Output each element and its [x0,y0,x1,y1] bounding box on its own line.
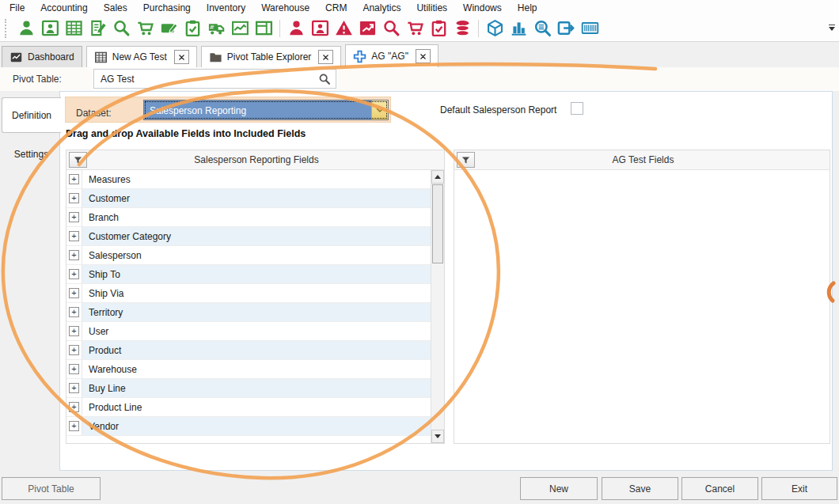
expand-plus-button[interactable]: + [69,307,79,317]
search-icon[interactable] [318,73,331,85]
toolbar-button-truck[interactable] [204,17,228,40]
menu-item-crm[interactable]: CRM [317,1,355,15]
pivot-table-button[interactable]: Pivot Table [2,477,101,500]
expand-plus-button[interactable]: + [69,364,79,374]
expand-plus-button[interactable]: + [69,231,79,241]
menu-item-accounting[interactable]: Accounting [32,1,95,15]
field-row-territory[interactable]: +Territory [66,303,431,322]
toolbar-grip-handle[interactable] [5,19,9,38]
toolbar-button-warning[interactable] [332,17,355,40]
toolbar-button-clipboard-check[interactable] [180,17,204,40]
menu-item-windows[interactable]: Windows [455,1,510,15]
toolbar-overflow-button[interactable] [827,25,837,31]
field-row-branch[interactable]: +Branch [66,208,431,227]
menu-item-file[interactable]: File [2,1,32,15]
expand-plus-button[interactable]: + [69,288,79,298]
expand-plus-button[interactable]: + [69,212,79,222]
toolbar-button-table-grid[interactable] [62,17,85,40]
field-row-product[interactable]: +Product [66,341,431,360]
dataset-dropdown[interactable]: Salesperson Reporting [143,100,389,120]
toolbar-button-window-layout[interactable] [252,17,275,40]
menu-item-analytics[interactable]: Analytics [355,1,408,15]
toolbar-button-chart-up[interactable] [355,17,379,40]
row-gutter: + [66,227,82,245]
tab-label: Pivot Table Explorer [227,51,312,63]
default-report-checkbox[interactable] [571,102,583,115]
tab-dashboard[interactable]: Dashboard [2,46,82,67]
new-button[interactable]: New [520,477,598,500]
field-row-customer[interactable]: +Customer [66,189,431,208]
toolbar-button-line-chart[interactable] [228,17,252,40]
field-row-salesperson[interactable]: +Salesperson [66,246,431,265]
menu-item-sales[interactable]: Sales [96,1,135,15]
menu-item-purchasing[interactable]: Purchasing [135,1,199,15]
side-tab-settings[interactable]: Settings [2,142,61,166]
pivot-search-input[interactable] [94,70,336,88]
field-row-vendor[interactable]: +Vendor [66,417,431,436]
expand-plus-button[interactable]: + [69,383,79,393]
expand-plus-button[interactable]: + [69,250,79,260]
field-row-ship-via[interactable]: +Ship Via [66,284,431,303]
filter-button[interactable] [69,152,87,168]
toolbar-button-user-card[interactable] [38,17,62,40]
expand-plus-button[interactable]: + [69,269,79,279]
expand-plus-button[interactable]: + [69,345,79,355]
vertical-scrollbar[interactable] [431,170,444,443]
scrollbar-thumb[interactable] [432,184,443,263]
scroll-up-button[interactable] [431,170,444,184]
row-gutter: + [66,170,82,188]
menu-item-warehouse[interactable]: Warehouse [253,1,317,15]
expand-plus-button[interactable]: + [69,193,79,203]
tab-ag-ag[interactable]: AG "AG" [345,44,438,67]
toolbar-button-card-edit[interactable] [157,17,180,40]
field-row-warehouse[interactable]: +Warehouse [66,360,431,379]
tab-pivot-table-explorer[interactable]: Pivot Table Explorer [201,46,342,67]
field-label: Customer Category [82,231,171,242]
tab-close-button[interactable] [318,50,333,64]
toolbar-button-search[interactable] [379,17,403,40]
user-icon [287,19,306,37]
toolbar-button-user[interactable] [284,17,308,40]
toolbar-button-cart[interactable] [133,17,157,40]
field-row-product-line[interactable]: +Product Line [66,398,431,417]
cancel-button[interactable]: Cancel [681,477,758,500]
toolbar-button-search[interactable] [109,17,133,40]
field-row-ship-to[interactable]: +Ship To [66,265,431,284]
tab-close-button[interactable] [174,50,189,64]
menu-item-utilities[interactable]: Utilities [408,1,455,15]
scroll-down-button[interactable] [431,430,444,443]
toolbar-button-user-card[interactable] [308,17,332,40]
dashboard-icon [9,51,23,64]
toolbar-button-coins[interactable] [450,17,474,40]
field-row-buy-line[interactable]: +Buy Line [66,379,431,398]
toolbar-button-cube[interactable] [483,17,507,40]
expand-plus-button[interactable]: + [69,402,79,412]
toolbar-button-user[interactable] [14,17,38,40]
field-row-user[interactable]: +User [66,322,431,341]
toolbar-button-barcode[interactable] [578,17,602,40]
available-fields-list: +Measures+Customer+Branch+Customer Categ… [66,170,431,443]
toolbar-button-clipboard-check[interactable] [427,17,450,40]
expand-plus-button[interactable]: + [69,326,79,336]
toolbar-button-zoom-details[interactable] [530,17,554,40]
side-tab-definition[interactable]: Definition [2,97,61,133]
expand-plus-button[interactable]: + [69,421,79,431]
field-row-measures[interactable]: +Measures [66,170,431,189]
toolbar-button-cart[interactable] [403,17,427,40]
search-icon [112,19,131,37]
dataset-dropdown-button[interactable] [371,100,388,119]
save-button[interactable]: Save [602,477,678,500]
toolbar-button-bar-chart[interactable] [507,17,530,40]
toolbar-button-export[interactable] [554,17,578,40]
pivot-search-row: Pivot Table: [0,67,839,91]
exit-button[interactable]: Exit [761,477,837,500]
toolbar-button-document-edit[interactable] [85,17,109,40]
tab-new-ag-test[interactable]: New AG Test [86,46,197,67]
expand-plus-button[interactable]: + [69,174,79,184]
tab-label: Dashboard [28,51,74,63]
menu-item-help[interactable]: Help [510,1,545,15]
tab-close-button[interactable] [416,49,431,63]
menu-item-inventory[interactable]: Inventory [199,1,253,15]
field-row-customer-category[interactable]: +Customer Category [66,227,431,246]
filter-button[interactable] [457,152,475,168]
